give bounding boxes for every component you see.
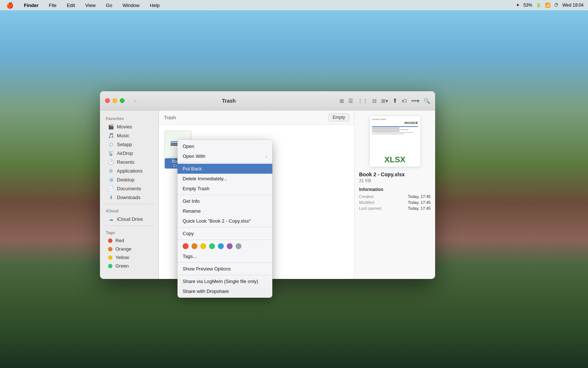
ctx-color-orange[interactable] bbox=[191, 243, 197, 249]
ctx-share-dropshare[interactable]: Share with Dropshare bbox=[178, 286, 272, 296]
apple-menu[interactable]: 🍎 bbox=[4, 1, 15, 10]
ctx-color-yellow[interactable] bbox=[200, 243, 206, 249]
icloud-label: iCloud bbox=[100, 206, 158, 215]
sidebar-item-recents[interactable]: 🕐 Recents bbox=[102, 158, 156, 166]
ctx-color-blue[interactable] bbox=[218, 243, 224, 249]
ctx-copy[interactable]: Copy bbox=[178, 229, 272, 238]
setapp-icon: ⬡ bbox=[108, 141, 114, 147]
ctx-tags[interactable]: Tags... bbox=[178, 251, 272, 261]
preview-info-last-opened: Last opened Today, 17:45 bbox=[359, 206, 431, 210]
sidebar-item-movies[interactable]: 🎬 Movies bbox=[102, 122, 156, 131]
file-menu[interactable]: File bbox=[47, 2, 58, 9]
preview-info-created: Created Today, 17:45 bbox=[359, 194, 431, 199]
icon-view-button[interactable]: ⊞ bbox=[340, 98, 344, 104]
sidebar-divider-tags bbox=[104, 226, 155, 226]
ctx-open-with-label: Open With bbox=[183, 153, 205, 159]
downloads-icon: ⬇ bbox=[108, 194, 114, 200]
ctx-put-back[interactable]: Put Back bbox=[178, 164, 272, 174]
sidebar-item-documents[interactable]: 📄 Documents bbox=[102, 184, 156, 193]
invoice-text: INVOICE bbox=[404, 121, 418, 125]
datetime: Wed 18:04 bbox=[562, 3, 584, 8]
applications-icon: ⚙ bbox=[108, 168, 114, 174]
tag-button[interactable]: 🏷 bbox=[402, 98, 407, 104]
more-options-button[interactable]: •••▾ bbox=[411, 98, 419, 104]
sidebar-label-desktop: Desktop bbox=[117, 177, 135, 183]
toolbar-icons: ⊞ ☰ ⋮⋮ ⊟ ⊞▾ ⬆ 🏷 •••▾ 🔍 bbox=[340, 97, 430, 104]
sidebar-item-music[interactable]: 🎵 Music bbox=[102, 131, 156, 140]
ctx-color-green[interactable] bbox=[209, 243, 215, 249]
ctx-get-info[interactable]: Get Info bbox=[178, 196, 272, 206]
sidebar-label-recents: Recents bbox=[117, 159, 135, 165]
clock-icon: ⏱ bbox=[554, 3, 559, 8]
column-view-button[interactable]: ⋮⋮ bbox=[358, 98, 368, 104]
sidebar-item-desktop[interactable]: 🖥 Desktop bbox=[102, 175, 156, 184]
music-icon: 🎵 bbox=[108, 132, 114, 138]
ctx-rename[interactable]: Rename bbox=[178, 206, 272, 216]
favorites-label: Favorites bbox=[100, 114, 158, 122]
wifi-icon: 📶 bbox=[545, 3, 551, 8]
help-menu[interactable]: Help bbox=[148, 2, 162, 9]
ctx-show-preview[interactable]: Show Preview Options bbox=[178, 264, 272, 274]
last-opened-key: Last opened bbox=[359, 206, 381, 210]
sidebar-item-tag-orange[interactable]: Orange bbox=[102, 245, 156, 253]
sidebar-label-music: Music bbox=[117, 133, 129, 138]
list-view-button[interactable]: ☰ bbox=[348, 98, 353, 104]
ctx-sep-5 bbox=[178, 262, 272, 263]
ctx-color-red[interactable] bbox=[183, 243, 189, 249]
ctx-open[interactable]: Open bbox=[178, 141, 272, 151]
last-opened-value: Today, 17:45 bbox=[408, 206, 431, 210]
ctx-empty-trash[interactable]: Empty Trash bbox=[178, 184, 272, 194]
close-button[interactable] bbox=[105, 98, 110, 103]
ctx-copy-label: Copy bbox=[183, 231, 194, 236]
sidebar-divider-icloud bbox=[104, 204, 155, 204]
sidebar-label-tag-green: Green bbox=[115, 263, 129, 269]
dropbox-icon: ✦ bbox=[516, 3, 520, 8]
ctx-color-gray[interactable] bbox=[236, 243, 241, 249]
invoice-lines bbox=[372, 126, 418, 153]
ctx-tags-label: Tags... bbox=[183, 254, 197, 259]
ctx-color-purple[interactable] bbox=[227, 243, 233, 249]
sidebar-item-airdrop[interactable]: 📡 AirDrop bbox=[102, 149, 156, 158]
sidebar-item-tag-yellow[interactable]: Yellow bbox=[102, 253, 156, 262]
sidebar-item-downloads[interactable]: ⬇ Downloads bbox=[102, 193, 156, 202]
ctx-open-with-arrow: › bbox=[266, 154, 267, 159]
search-button[interactable]: 🔍 bbox=[424, 98, 430, 104]
sidebar-label-setapp: Setapp bbox=[117, 142, 132, 147]
group-by-button[interactable]: ⊞▾ bbox=[381, 98, 388, 104]
ctx-quick-look[interactable]: Quick Look "Book 2 - Copy.xlsx" bbox=[178, 216, 272, 226]
company-placeholder: [Company Name] bbox=[372, 118, 418, 120]
modified-key: Modified bbox=[359, 200, 374, 205]
ctx-delete-immediately[interactable]: Delete Immediately... bbox=[178, 174, 272, 184]
sidebar-label-icloud-drive: iCloud Drive bbox=[117, 216, 143, 222]
ctx-share-logmein[interactable]: Share via LogMeIn (Single file only) bbox=[178, 276, 272, 286]
preview-panel: [Company Name] INVOICE XLSX Book 2 bbox=[354, 110, 435, 279]
edit-menu[interactable]: Edit bbox=[65, 2, 77, 9]
sidebar-item-tag-green[interactable]: Green bbox=[102, 262, 156, 270]
ctx-rename-label: Rename bbox=[183, 208, 201, 214]
tag-red-dot bbox=[108, 238, 112, 243]
view-menu[interactable]: View bbox=[83, 2, 97, 9]
ctx-put-back-label: Put Back bbox=[183, 166, 202, 171]
share-button[interactable]: ⬆ bbox=[392, 97, 397, 104]
ctx-sep-4 bbox=[178, 240, 272, 240]
sidebar-item-tag-red[interactable]: Red bbox=[102, 236, 156, 245]
ctx-sep-2 bbox=[178, 195, 272, 195]
empty-trash-header-button[interactable]: Empty bbox=[329, 113, 349, 121]
gallery-view-button[interactable]: ⊟ bbox=[372, 98, 377, 104]
tag-orange-dot bbox=[108, 247, 112, 251]
sidebar-item-setapp[interactable]: ⬡ Setapp bbox=[102, 140, 156, 149]
invoice-preview: [Company Name] INVOICE XLSX bbox=[370, 116, 420, 167]
sidebar-item-applications[interactable]: ⚙ Applications bbox=[102, 166, 156, 175]
minimize-button[interactable] bbox=[112, 98, 117, 103]
sidebar-label-downloads: Downloads bbox=[117, 195, 140, 200]
ctx-share-dropshare-label: Share with Dropshare bbox=[183, 289, 229, 294]
app-name-menu[interactable]: Finder bbox=[22, 2, 40, 9]
battery-status: 53% bbox=[523, 3, 532, 8]
go-menu[interactable]: Go bbox=[104, 2, 114, 9]
tags-label: Tags bbox=[100, 228, 158, 236]
sidebar-item-icloud-drive[interactable]: ☁ iCloud Drive bbox=[102, 215, 156, 223]
created-key: Created bbox=[359, 194, 373, 199]
preview-filesize: 31 KB bbox=[359, 178, 431, 183]
ctx-open-with[interactable]: Open With › bbox=[178, 151, 272, 161]
window-menu[interactable]: Window bbox=[121, 2, 141, 9]
